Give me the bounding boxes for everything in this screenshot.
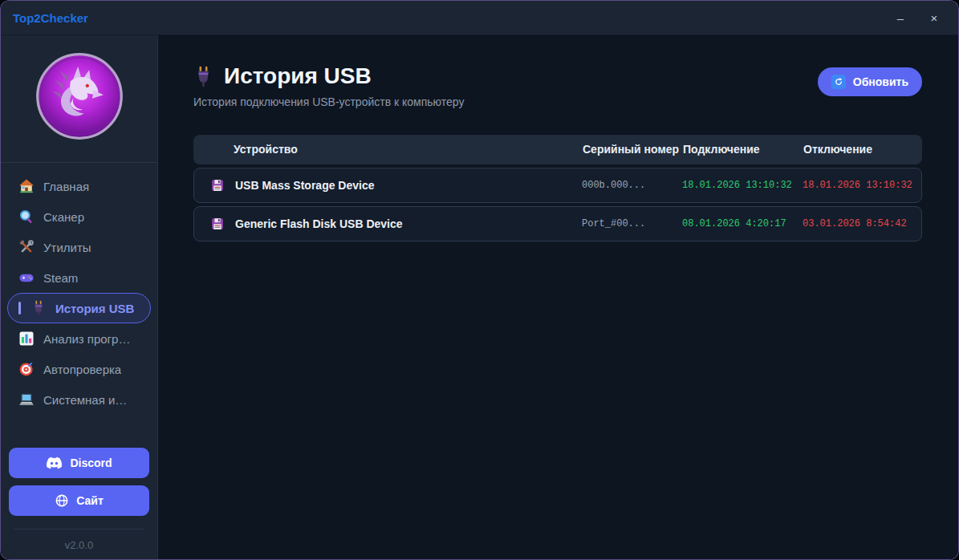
device-cell: USB Mass Storage Device bbox=[210, 178, 582, 193]
logo-container bbox=[1, 35, 157, 162]
tools-icon bbox=[18, 239, 35, 255]
sidebar-item-gamepad[interactable]: Steam bbox=[7, 262, 151, 293]
search-icon bbox=[18, 209, 35, 225]
sidebar-footer: Discord Сайт v2.0.0 bbox=[1, 448, 157, 559]
gamepad-icon bbox=[18, 270, 35, 286]
plug-icon bbox=[193, 65, 213, 88]
col-header-disconnected: Отключение bbox=[803, 143, 906, 156]
table-header: Устройство Серийный номер Подключение От… bbox=[193, 135, 922, 164]
device-cell: Generic Flash Disk USB Device bbox=[210, 217, 582, 231]
content-header: История USB История подключения USB-устр… bbox=[193, 64, 922, 108]
target-icon bbox=[18, 361, 35, 377]
close-button[interactable]: × bbox=[922, 11, 946, 25]
sidebar-item-tools[interactable]: Утилиты bbox=[7, 232, 151, 262]
app-title: Top2Checker bbox=[13, 11, 88, 25]
disconnected-time: 18.01.2026 13:10:32 bbox=[803, 180, 905, 191]
discord-button-label: Discord bbox=[70, 457, 112, 469]
house-icon bbox=[18, 178, 35, 194]
sidebar-item-chart[interactable]: Анализ прогр… bbox=[7, 323, 151, 354]
sidebar-item-target[interactable]: Автопроверка bbox=[7, 354, 151, 384]
usb-history-table: Устройство Серийный номер Подключение От… bbox=[193, 135, 922, 241]
discord-button[interactable]: Discord bbox=[9, 448, 149, 478]
table-row[interactable]: USB Mass Storage Device 000b.000... 18.0… bbox=[193, 168, 922, 203]
sidebar-item-search[interactable]: Сканер bbox=[7, 201, 151, 232]
discord-icon bbox=[46, 457, 63, 469]
dragon-logo-icon bbox=[35, 51, 124, 141]
active-indicator bbox=[18, 302, 21, 314]
sidebar-item-plug[interactable]: История USB bbox=[7, 293, 151, 323]
device-name: USB Mass Storage Device bbox=[235, 179, 375, 192]
sidebar-nav: Главная Сканер Утилиты Steam История USB… bbox=[1, 163, 157, 415]
chart-icon bbox=[18, 331, 35, 347]
table-body: USB Mass Storage Device 000b.000... 18.0… bbox=[193, 168, 922, 241]
window-controls: – × bbox=[888, 11, 946, 25]
col-header-serial: Серийный номер bbox=[583, 143, 683, 156]
device-name: Generic Flash Disk USB Device bbox=[235, 217, 403, 230]
refresh-button-label: Обновить bbox=[853, 75, 908, 88]
sidebar-item-laptop[interactable]: Системная и… bbox=[7, 384, 151, 415]
col-header-device: Устройство bbox=[209, 143, 583, 156]
table-row[interactable]: Generic Flash Disk USB Device Port_#00..… bbox=[193, 206, 922, 241]
refresh-icon bbox=[831, 75, 846, 89]
site-button[interactable]: Сайт bbox=[9, 485, 149, 516]
plug-icon bbox=[30, 300, 47, 316]
app-window: Top2Checker – × bbox=[0, 0, 959, 560]
minimize-button[interactable]: – bbox=[888, 11, 912, 25]
floppy-icon bbox=[210, 178, 225, 193]
refresh-button[interactable]: Обновить bbox=[818, 67, 922, 96]
sidebar-item-house[interactable]: Главная bbox=[7, 171, 151, 201]
page-title-text: История USB bbox=[224, 64, 372, 89]
col-header-connected: Подключение bbox=[683, 143, 803, 156]
laptop-icon bbox=[18, 392, 35, 408]
sidebar: Главная Сканер Утилиты Steam История USB… bbox=[1, 35, 158, 559]
floppy-icon bbox=[210, 217, 225, 231]
connected-time: 18.01.2026 13:10:32 bbox=[682, 180, 803, 191]
globe-icon bbox=[55, 493, 69, 508]
site-button-label: Сайт bbox=[76, 494, 104, 507]
disconnected-time: 03.01.2026 8:54:42 bbox=[803, 218, 905, 229]
serial-number: Port_#00... bbox=[582, 218, 682, 229]
titlebar: Top2Checker – × bbox=[1, 1, 958, 35]
version-label: v2.0.0 bbox=[9, 530, 149, 554]
page-title: История USB bbox=[193, 64, 464, 89]
main-content: История USB История подключения USB-устр… bbox=[158, 35, 958, 559]
connected-time: 08.01.2026 4:20:17 bbox=[682, 218, 803, 229]
serial-number: 000b.000... bbox=[582, 180, 682, 191]
page-subtitle: История подключения USB-устройств к комп… bbox=[193, 95, 464, 108]
